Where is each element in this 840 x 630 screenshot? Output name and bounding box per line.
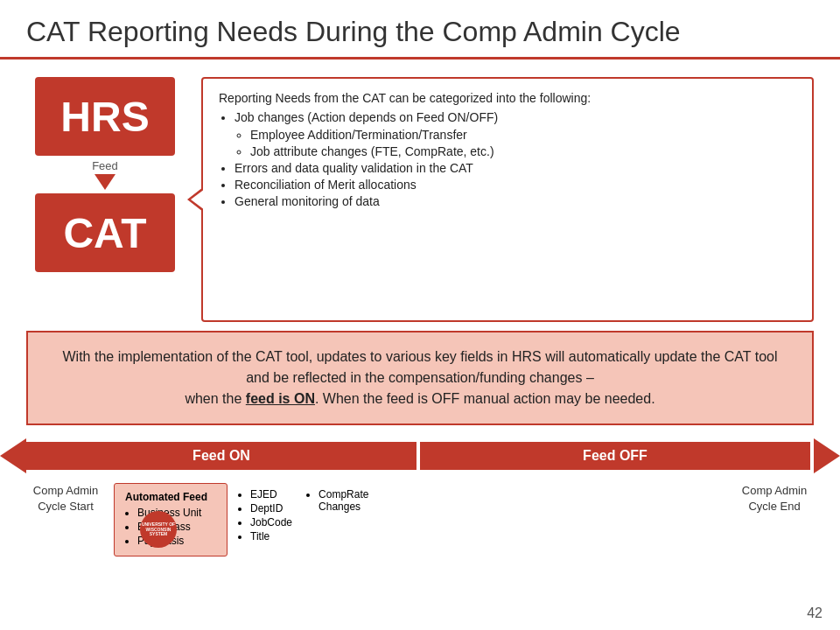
logo-text: UNIVERSITY OFWISCONSINSYSTEM <box>142 522 175 537</box>
cycle-end-group: Comp Admin Cycle End <box>735 480 814 514</box>
timeline-row: Feed ON Feed OFF <box>0 438 840 474</box>
page-title: CAT Reporting Needs During the Comp Admi… <box>26 16 814 48</box>
feed-col2-list: EJED DeptID JobCode Title <box>250 488 292 542</box>
arrow-left-icon <box>0 438 26 473</box>
list-item: Job attribute changes (FTE, CompRate, et… <box>250 144 796 158</box>
arrow-down-icon <box>94 174 116 190</box>
cat-box: CAT <box>35 193 175 272</box>
list-item: Errors and data quality validation in th… <box>234 161 796 175</box>
cycle-start-group: Comp Admin Cycle Start UNIVERSITY OFWISC… <box>26 480 105 553</box>
list-item: General monitoring of data <box>234 194 796 208</box>
automated-feed-title: Automated Feed <box>125 491 216 503</box>
middle-text2: when the feed is ON. When the feed is OF… <box>185 391 654 406</box>
cycle-end-label: Comp Admin Cycle End <box>739 480 809 514</box>
list-item: CompRateChanges <box>318 488 368 513</box>
middle-text1: With the implementation of the CAT tool,… <box>63 349 778 385</box>
feed-col3: CompRateChanges <box>306 483 368 514</box>
list-item: JobCode <box>250 516 292 528</box>
feed-on-label: Feed ON <box>192 448 250 464</box>
cycle-start-label: Comp Admin Cycle Start <box>31 480 101 514</box>
list-item: Reconciliation of Merit allocations <box>234 178 796 192</box>
feed-col2: EJED DeptID JobCode Title <box>238 483 292 544</box>
reporting-intro: Reporting Needs from the CAT can be cate… <box>219 91 796 105</box>
page-header: CAT Reporting Needs During the Comp Admi… <box>0 0 840 60</box>
uw-logo: UNIVERSITY OFWISCONSINSYSTEM <box>140 511 184 546</box>
bottom-section: Comp Admin Cycle Start UNIVERSITY OFWISC… <box>0 474 840 597</box>
middle-band: With the implementation of the CAT tool,… <box>26 331 814 425</box>
arrow-right-icon <box>814 438 840 473</box>
list-item: Job changes (Action depends on Feed ON/O… <box>234 110 796 158</box>
main-content: HRS Feed CAT Reporting Needs from the CA… <box>0 60 840 331</box>
reporting-list: Job changes (Action depends on Feed ON/O… <box>234 110 796 208</box>
timeline-section: Feed ON Feed OFF <box>0 438 840 474</box>
list-item: Employee Addition/Termination/Transfer <box>250 128 796 142</box>
list-item: DeptID <box>250 502 292 514</box>
reporting-needs-box: Reporting Needs from the CAT can be cate… <box>201 77 814 322</box>
feed-col3-list: CompRateChanges <box>318 488 368 513</box>
sub-list: Employee Addition/Termination/Transfer J… <box>250 128 796 158</box>
feed-off-label: Feed OFF <box>583 448 648 464</box>
page-number: 42 <box>807 606 822 621</box>
list-item: EJED <box>250 488 292 500</box>
hrs-box: HRS <box>35 77 175 156</box>
feed-off-bar: Feed OFF <box>420 442 810 470</box>
feed-on-bar: Feed ON <box>26 442 416 470</box>
feed-arrow: Feed <box>92 156 118 193</box>
list-item: Title <box>250 530 292 542</box>
feed-is-on-text: feed is ON <box>246 391 315 406</box>
logo-circle: UNIVERSITY OFWISCONSINSYSTEM <box>140 511 177 548</box>
feed-label: Feed <box>92 159 118 172</box>
hrs-cat-diagram: HRS Feed CAT <box>26 77 184 322</box>
